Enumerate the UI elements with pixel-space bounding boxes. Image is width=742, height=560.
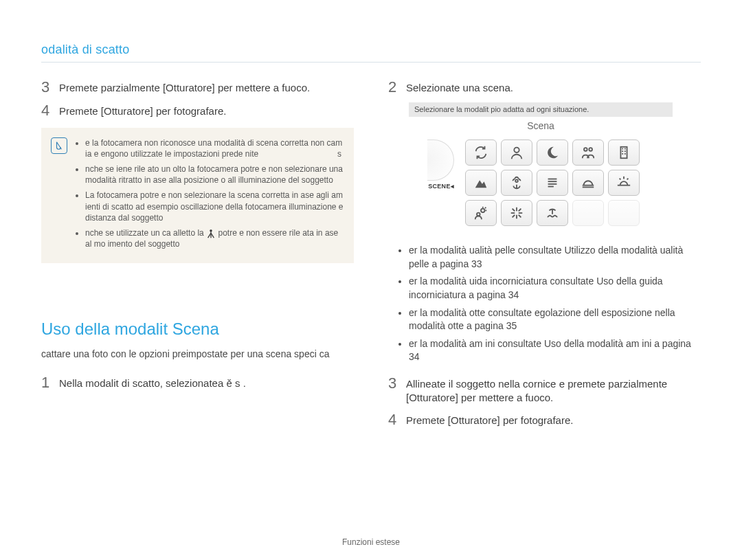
step-text: Premete parzialmente [Otturatore] per me…: [59, 79, 310, 95]
dawn-rays-icon[interactable]: [608, 170, 640, 196]
empty-slot: [608, 200, 640, 226]
lcd-body: SCENE◂: [409, 137, 673, 234]
note-box: e la fotocamera non riconosce una modali…: [41, 128, 354, 264]
svg-line-39: [513, 215, 515, 218]
section-description: cattare una foto con le opzioni preimpos…: [41, 348, 354, 361]
fireworks-icon[interactable]: [501, 200, 532, 226]
step-3: 3 Allineate il soggetto nella cornice e …: [388, 375, 701, 405]
step-2: 2 Selezionate una scena.: [388, 79, 701, 96]
step-4: 4 Premete [Otturatore] per fotografare.: [388, 412, 701, 428]
step-number: 2: [388, 79, 406, 96]
svg-point-6: [514, 148, 519, 153]
svg-point-31: [477, 213, 480, 216]
bullet-item: er la modalità ualità pelle consultate U…: [409, 244, 701, 271]
landscape-icon[interactable]: [465, 170, 497, 196]
bullet-item: er la modalità am ini consultate Uso del…: [409, 337, 701, 364]
camera-lcd: Selezionare la modalit pio adatta ad ogn…: [409, 102, 673, 234]
dial-graphic: [427, 139, 454, 181]
empty-slot: [572, 200, 604, 226]
svg-line-26: [627, 179, 629, 180]
step-4: 4 Premete [Otturatore] per fotografare.: [41, 102, 354, 119]
step-text: Selezionate una scena.: [406, 79, 513, 95]
step-number: 3: [41, 79, 59, 96]
lcd-title: Scena: [409, 117, 673, 137]
right-column: 2 Selezionate una scena. Selezionare la …: [388, 79, 701, 435]
step-number: 4: [388, 412, 406, 428]
backlight-icon[interactable]: [465, 200, 497, 226]
svg-rect-2: [210, 231, 211, 233]
note-item: nche se utilizzate un ca alletto la: [85, 227, 344, 249]
note-item: La fotocamera potre e non selezionare la…: [85, 190, 344, 223]
step-number: 1: [41, 374, 59, 391]
step-text: Nella modalit di scatto, selezionatea ě …: [59, 374, 246, 390]
note-info-icon: [51, 137, 67, 154]
section-header: odalità di scatto: [41, 41, 701, 63]
manual-page: odalità di scatto 3 Premete parzialmente…: [0, 0, 742, 560]
note-item: e la fotocamera non riconosce una modali…: [85, 137, 344, 159]
chevron-left-icon: ◂: [451, 183, 454, 190]
moon-icon[interactable]: [537, 139, 568, 166]
step-number: 3: [388, 375, 406, 392]
children-icon[interactable]: [572, 139, 604, 166]
sunset-icon[interactable]: [572, 170, 604, 196]
reference-bullets: er la modalità ualità pelle consultate U…: [388, 244, 701, 364]
step-text: Premete [Otturatore] per fotografare.: [59, 102, 226, 118]
text-lines-icon[interactable]: [537, 170, 568, 196]
svg-line-29: [485, 208, 486, 208]
building-icon[interactable]: [608, 139, 640, 166]
step-text: Allineate il soggetto nella cornice e pr…: [406, 375, 701, 405]
macro-flower-icon[interactable]: [501, 170, 532, 196]
note-content: e la fotocamera non riconosce una modali…: [74, 137, 344, 254]
beach-icon[interactable]: [537, 200, 568, 226]
scene-mode-label: SCENE◂: [428, 182, 454, 190]
svg-line-36: [513, 209, 515, 212]
page-footer: Funzioni estese: [0, 537, 742, 548]
lcd-hint-bar: Selezionare la modalit pio adatta ad ogn…: [409, 102, 673, 117]
left-column: 3 Premete parzialmente [Otturatore] per …: [41, 79, 354, 435]
mode-dial: SCENE◂: [413, 139, 458, 190]
step-1: 1 Nella modalit di scatto, selezionatea …: [41, 374, 354, 391]
tripod-icon: [206, 229, 216, 238]
scene-icon-grid: [458, 139, 640, 226]
svg-rect-9: [620, 147, 627, 159]
svg-point-16: [515, 180, 518, 183]
section-title: Uso della modalit Scena: [41, 318, 354, 340]
svg-point-27: [481, 209, 485, 213]
svg-line-38: [519, 209, 521, 212]
svg-point-7: [584, 148, 587, 151]
svg-line-37: [519, 215, 521, 218]
refresh-arrows-icon[interactable]: [465, 139, 497, 166]
note-letter: s: [337, 148, 344, 159]
bullet-item: er la modalità uida incorniciatura consu…: [409, 275, 701, 302]
bullet-item: er la modalità otte consultate egolazion…: [409, 306, 701, 333]
step-text: Premete [Otturatore] per fotografare.: [406, 412, 573, 427]
two-column-layout: 3 Premete parzialmente [Otturatore] per …: [41, 79, 701, 435]
portrait-icon[interactable]: [501, 139, 532, 166]
step-number: 4: [41, 102, 59, 119]
note-item: nche se iene rile ato un olto la fotocam…: [85, 164, 344, 186]
svg-line-25: [620, 179, 621, 180]
svg-point-8: [589, 148, 592, 151]
step-3: 3 Premete parzialmente [Otturatore] per …: [41, 79, 354, 96]
